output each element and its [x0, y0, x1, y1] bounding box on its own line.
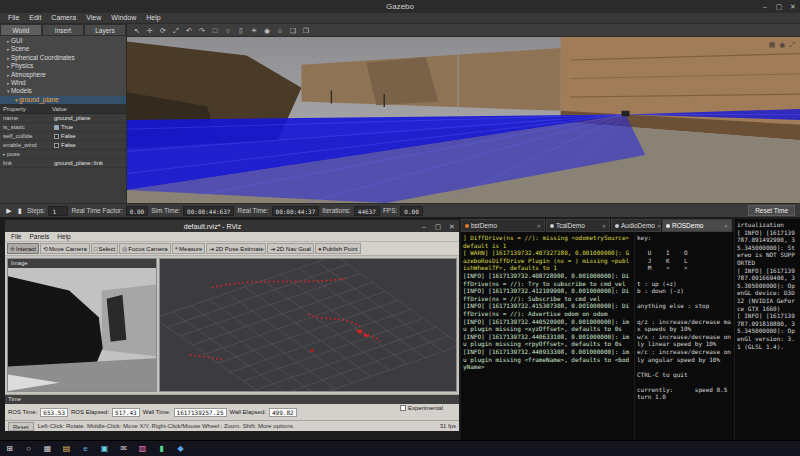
image-panel-title[interactable]: Image: [8, 259, 156, 268]
rviz-tool-button[interactable]: ➔ 2D Pose Estimate: [206, 243, 266, 254]
search-icon[interactable]: ○: [19, 441, 38, 456]
rviz-tool-button[interactable]: ✛ Interact: [7, 243, 39, 254]
grid-overlay-icon[interactable]: ▦: [769, 41, 776, 49]
rviz-tool-button[interactable]: ⌖ Measure: [172, 243, 206, 254]
gazebo-menu-item[interactable]: File: [3, 13, 24, 23]
gazebo-viewport[interactable]: ↖✛⟳⤢↶↷□○▯☀◉☼❏❐ ▦◉⤢: [127, 24, 800, 203]
reset-button[interactable]: Reset: [8, 422, 34, 431]
minimize-button[interactable]: –: [758, 0, 772, 13]
gazebo-menu-item[interactable]: Window: [106, 13, 141, 23]
AudioDemo[interactable]: AudioDemo ✕: [611, 219, 661, 232]
start-button[interactable]: ⊞: [0, 441, 19, 456]
copy-icon[interactable]: ❏: [288, 24, 298, 37]
gazebo-menu-item[interactable]: Help: [141, 13, 165, 23]
checkbox[interactable]: [54, 125, 59, 130]
close-icon[interactable]: ✕: [724, 223, 728, 229]
gazebo-menu-item[interactable]: Camera: [46, 13, 81, 23]
rviz-tool-button[interactable]: ◎ Focus Camera: [119, 243, 171, 254]
property-value-text: ground_plane::link: [54, 159, 103, 167]
maximize-button[interactable]: ▢: [772, 0, 786, 13]
task-view-icon[interactable]: ▦: [38, 441, 57, 456]
point-light-icon[interactable]: ☀: [249, 24, 259, 37]
cylinder-shape-icon[interactable]: ▯: [236, 24, 246, 37]
vscode-icon[interactable]: ◆: [171, 441, 190, 456]
time-panel-title[interactable]: Time: [5, 395, 459, 404]
undo-icon[interactable]: ↶: [184, 24, 194, 37]
file-explorer-icon[interactable]: ▤: [57, 441, 76, 456]
box-shape-icon[interactable]: □: [210, 24, 220, 37]
gazebo-panel-tab[interactable]: World: [0, 24, 42, 36]
redo-icon[interactable]: ↷: [197, 24, 207, 37]
rviz-tool-button[interactable]: ➔ 2D Nav Goal: [267, 243, 313, 254]
property-row[interactable]: link ground_plane::link: [0, 159, 126, 168]
TcalDemo[interactable]: TcalDemo ✕: [546, 219, 610, 232]
step-button[interactable]: ▮: [16, 207, 24, 215]
close-button[interactable]: ✕: [445, 220, 459, 233]
terminal-icon[interactable]: ▮: [152, 441, 171, 456]
steps-value[interactable]: 1: [48, 206, 68, 216]
edge-icon[interactable]: e: [76, 441, 95, 456]
experimental-checkbox[interactable]: [400, 405, 406, 411]
rviz-tool-button[interactable]: □ Select: [91, 243, 118, 254]
fullscreen-overlay-icon[interactable]: ⤢: [789, 41, 795, 49]
property-row[interactable]: name ground_plane: [0, 114, 126, 123]
close-icon[interactable]: ✕: [602, 223, 606, 229]
rviz-3d-view[interactable]: [159, 258, 457, 392]
translate-tool-icon[interactable]: ✛: [145, 24, 155, 37]
gazebo-panel-tab[interactable]: Layers: [84, 24, 126, 36]
property-row[interactable]: is_static True: [0, 123, 126, 132]
spot-light-icon[interactable]: ◉: [262, 24, 272, 37]
mail-icon[interactable]: ✉: [114, 441, 133, 456]
gpu-info-terminal[interactable]: irtualization[ INFO] [1617139787.0914929…: [735, 219, 800, 440]
close-icon[interactable]: ✕: [537, 223, 541, 229]
center-mesa: [366, 57, 438, 105]
select-tool-icon[interactable]: ↖: [132, 24, 142, 37]
checkbox[interactable]: [54, 143, 59, 148]
tree-item[interactable]: ground_plane: [0, 96, 126, 104]
ros-log-terminal[interactable]: ] DiffDrive(ns = //): missing <odometryS…: [461, 232, 634, 440]
tree-item[interactable]: Atmosphere: [0, 71, 126, 79]
tree-item[interactable]: Wind: [0, 79, 126, 87]
property-row[interactable]: enable_wind False: [0, 141, 126, 150]
minimize-button[interactable]: –: [417, 220, 431, 233]
tree-item[interactable]: Scene: [0, 45, 126, 53]
rotate-tool-icon[interactable]: ⟳: [158, 24, 168, 37]
rviz-menu-item[interactable]: Help: [53, 232, 74, 241]
camera-overlay-icon[interactable]: ◉: [779, 41, 785, 49]
tool-label: Move Camera: [49, 246, 87, 252]
tree-item[interactable]: Physics: [0, 62, 126, 70]
rviz-menu-item[interactable]: File: [7, 232, 25, 241]
reset-time-button[interactable]: Reset Time: [748, 205, 795, 216]
gazebo-menu-item[interactable]: View: [81, 13, 106, 23]
rviz-tool-button[interactable]: ● Publish Point: [315, 243, 361, 254]
rviz-titlebar[interactable]: default.rviz* - RViz – ▢ ✕: [5, 220, 459, 232]
tree-item[interactable]: GUI: [0, 37, 126, 45]
gazebo-titlebar[interactable]: Gazebo – ▢ ✕: [0, 0, 800, 13]
bstDemo[interactable]: bstDemo ✕: [461, 219, 545, 232]
rviz-tool-button[interactable]: ⟲ Move Camera: [40, 243, 90, 254]
property-row[interactable]: self_collide False: [0, 132, 126, 141]
property-value: True: [52, 123, 126, 131]
checkbox[interactable]: [54, 134, 59, 139]
teleop-line: anything else : stop: [637, 302, 732, 310]
close-icon[interactable]: ✕: [657, 223, 661, 229]
gazebo-panel-tab[interactable]: Insert: [42, 24, 84, 36]
sphere-shape-icon[interactable]: ○: [223, 24, 233, 37]
photos-icon[interactable]: ▧: [133, 441, 152, 456]
paste-icon[interactable]: ❐: [301, 24, 311, 37]
rviz-menu-item[interactable]: Panels: [25, 232, 53, 241]
directional-light-icon[interactable]: ☼: [275, 24, 285, 37]
maximize-button[interactable]: ▢: [431, 220, 445, 233]
terminal-app-icon: [666, 224, 670, 228]
scale-tool-icon[interactable]: ⤢: [171, 24, 181, 37]
tree-item[interactable]: Spherical Coordinates: [0, 54, 126, 62]
play-button[interactable]: ▶: [5, 207, 13, 215]
gazebo-menu-item[interactable]: Edit: [24, 13, 46, 23]
close-button[interactable]: ✕: [786, 0, 800, 13]
store-icon[interactable]: ▣: [95, 441, 114, 456]
tree-item[interactable]: Models: [0, 87, 126, 95]
ROSDemo[interactable]: ROSDemo ✕: [662, 219, 732, 232]
gazebo-3d-scene[interactable]: [127, 37, 800, 203]
property-row[interactable]: pose: [0, 150, 126, 159]
teleop-terminal[interactable]: key: U I O J K L M < >t : up (+z)b : dow…: [635, 232, 734, 440]
